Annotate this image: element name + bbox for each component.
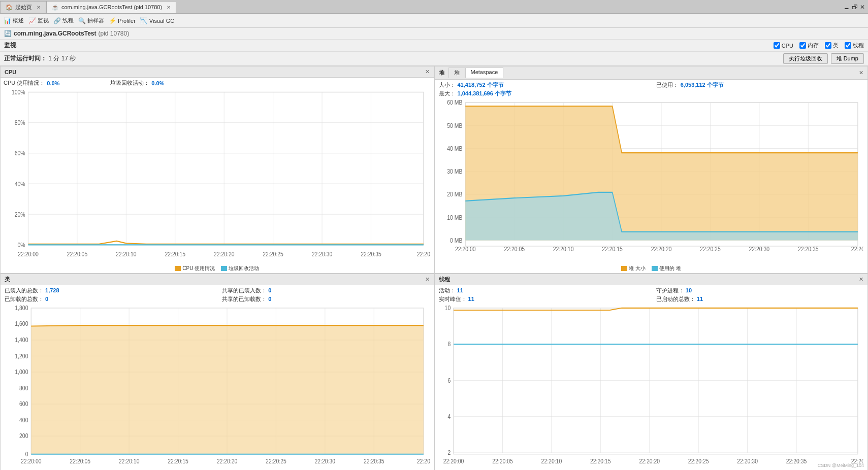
svg-text:600: 600 xyxy=(19,400,28,407)
threads-active-stat: 活动： 11 xyxy=(439,287,646,294)
heap-size-stat: 大小： 41,418,752 个字节 xyxy=(439,81,646,89)
restore-btn[interactable]: 🗗 xyxy=(852,4,858,11)
classes-stats: 已装入的总数： 1,728 共享的已装入数： 0 已卸载的总数： 0 共享的已卸… xyxy=(1,285,434,305)
svg-text:2: 2 xyxy=(447,449,451,456)
thread-checkbox-label[interactable]: 线程 xyxy=(845,42,864,49)
toolbar-monitor[interactable]: 📈 监视 xyxy=(28,17,49,25)
classes-loaded-label: 已装入的总数： xyxy=(5,287,44,293)
runtime-value: 1 分 17 秒 xyxy=(48,55,76,62)
heap-size-label: 大小： xyxy=(439,81,456,89)
heap-panel-content: 大小： 41,418,752 个字节 已使用： 6,053,112 个字节 最大… xyxy=(435,80,868,273)
overview-label: 概述 xyxy=(13,17,24,24)
runtime-display: 正常运行时间： 1 分 17 秒 xyxy=(4,54,76,63)
start-tab-label: 起始页 xyxy=(15,4,32,11)
svg-text:22:20:05: 22:20:05 xyxy=(70,458,90,464)
thread-checkbox[interactable] xyxy=(845,42,851,49)
heap-max-stat: 最大： 1,044,381,696 个字节 xyxy=(439,90,646,97)
svg-text:22:20:35: 22:20:35 xyxy=(797,245,818,252)
cpu-checkbox-label[interactable]: CPU xyxy=(774,42,793,49)
classes-panel-close[interactable]: ✕ xyxy=(425,276,430,283)
cpu-panel-header: CPU ✕ xyxy=(1,66,434,78)
class-checkbox[interactable] xyxy=(825,42,831,49)
svg-text:6: 6 xyxy=(447,377,451,384)
heap-panel-close[interactable]: ✕ xyxy=(859,70,863,76)
heap-tab-heap[interactable]: 堆 xyxy=(448,68,465,78)
cpu-panel-title: CPU xyxy=(5,69,16,75)
svg-rect-0 xyxy=(28,92,423,245)
heap-chart-container: 60 MB 50 MB 40 MB 30 MB 20 MB 10 MB 0 MB xyxy=(435,99,868,264)
close-window-btn[interactable]: ✕ xyxy=(860,4,865,11)
svg-text:22:20:35: 22:20:35 xyxy=(361,250,381,258)
tab-bar: 🏠 起始页 ✕ ☕ com.ming.java.GCRootsTest (pid… xyxy=(0,0,868,13)
heap-max-value: 1,044,381,696 个字节 xyxy=(458,90,511,97)
svg-text:22:20: 22:20 xyxy=(417,458,430,464)
svg-text:22:20:05: 22:20:05 xyxy=(67,250,88,258)
svg-text:22:20:25: 22:20:25 xyxy=(263,250,283,258)
cpu-usage-legend: CPU 使用情况 xyxy=(175,265,215,272)
tab-start[interactable]: 🏠 起始页 ✕ xyxy=(0,1,46,13)
runtime-label: 正常运行时间： xyxy=(4,55,47,62)
cpu-usage-legend-label: CPU 使用情况 xyxy=(182,265,215,272)
toolbar-profiler[interactable]: ⚡ Profiler xyxy=(108,17,136,25)
monitor-label: 监视 xyxy=(38,17,49,24)
tab-monitor[interactable]: ☕ com.ming.java.GCRootsTest (pid 10780) … xyxy=(46,1,176,13)
heap-size-value: 41,418,752 个字节 xyxy=(458,81,504,89)
classes-chart-container: 1,800 1,600 1,400 1,200 1,000 800 600 40… xyxy=(1,305,434,470)
svg-rect-106 xyxy=(454,308,858,454)
heap-tab-metaspace[interactable]: Metaspace xyxy=(465,68,504,78)
thread-icon: 🔗 xyxy=(53,17,61,25)
heap-tabs: 堆 Metaspace xyxy=(448,68,504,78)
heap-stats: 大小： 41,418,752 个字节 已使用： 6,053,112 个字节 最大… xyxy=(435,80,868,99)
svg-text:60 MB: 60 MB xyxy=(447,99,462,106)
svg-text:30 MB: 30 MB xyxy=(447,167,462,175)
threads-panel-close[interactable]: ✕ xyxy=(859,276,863,283)
cpu-checkbox[interactable] xyxy=(774,42,780,49)
svg-text:22:20:15: 22:20:15 xyxy=(602,245,623,252)
heap-dump-button[interactable]: 堆 Dump xyxy=(831,53,864,64)
classes-panel-title: 类 xyxy=(5,276,10,283)
cpu-usage-value: 0.0% xyxy=(47,80,59,86)
start-tab-close[interactable]: ✕ xyxy=(37,5,41,10)
svg-text:0 MB: 0 MB xyxy=(450,237,463,244)
svg-text:22:20:35: 22:20:35 xyxy=(786,458,807,464)
cpu-panel: CPU ✕ CPU 使用情况： 0.0% 垃圾回收活动： 0.0% xyxy=(0,66,434,274)
svg-text:0: 0 xyxy=(25,451,28,457)
heap-size-color xyxy=(621,266,627,271)
svg-text:22:20:25: 22:20:25 xyxy=(688,458,709,464)
minimize-btn[interactable]: 🗕 xyxy=(844,4,850,11)
svg-text:50 MB: 50 MB xyxy=(447,121,462,128)
toolbar-thread[interactable]: 🔗 线程 xyxy=(53,17,74,25)
svg-text:22:20:05: 22:20:05 xyxy=(504,245,525,252)
svg-text:22:20:00: 22:20:00 xyxy=(443,458,464,464)
classes-chart: 1,800 1,600 1,400 1,200 1,000 800 600 40… xyxy=(5,305,430,470)
app-pid: (pid 10780) xyxy=(98,30,129,37)
classes-shared-unloaded-value: 0 xyxy=(268,296,271,302)
threads-panel: 线程 ✕ 活动： 11 守护进程： 10 实时峰值： 11 已启动的总数： xyxy=(434,274,869,470)
svg-text:8: 8 xyxy=(447,341,451,347)
cpu-usage-label: CPU 使用情况： xyxy=(4,79,45,87)
svg-text:10: 10 xyxy=(444,305,451,311)
threads-peak-value: 11 xyxy=(468,296,474,302)
classes-shared-unloaded-label: 共享的已卸载数： xyxy=(222,296,267,302)
toolbar-sampler[interactable]: 🔍 抽样器 xyxy=(78,17,104,25)
toolbar-overview[interactable]: 📊 概述 xyxy=(3,17,24,25)
toolbar-visualgc[interactable]: 📉 Visual GC xyxy=(140,17,174,25)
thread-checkbox-text: 线程 xyxy=(853,42,864,49)
svg-text:1,400: 1,400 xyxy=(15,337,28,343)
threads-stats: 活动： 11 守护进程： 10 实时峰值： 11 已启动的总数： 11 xyxy=(435,285,868,305)
gc-button[interactable]: 执行垃圾回收 xyxy=(783,53,828,64)
memory-checkbox[interactable] xyxy=(799,42,806,49)
threads-daemon-stat: 守护进程： 10 xyxy=(656,287,863,294)
browser-chrome: 🏠 起始页 ✕ ☕ com.ming.java.GCRootsTest (pid… xyxy=(0,0,868,14)
memory-checkbox-label[interactable]: 内存 xyxy=(799,42,819,49)
threads-started-stat: 已启动的总数： 11 xyxy=(656,295,863,303)
svg-text:22:20:10: 22:20:10 xyxy=(553,245,573,252)
svg-text:100%: 100% xyxy=(12,88,25,96)
monitor-icon: 📈 xyxy=(28,17,36,25)
sampler-icon: 🔍 xyxy=(78,17,86,25)
cpu-chart-container: 100% 80% 60% 40% 20% 0% xyxy=(1,88,434,264)
monitor-tab-close[interactable]: ✕ xyxy=(167,5,171,10)
cpu-panel-close[interactable]: ✕ xyxy=(425,69,430,75)
svg-text:200: 200 xyxy=(19,432,28,439)
class-checkbox-label[interactable]: 类 xyxy=(825,42,839,49)
